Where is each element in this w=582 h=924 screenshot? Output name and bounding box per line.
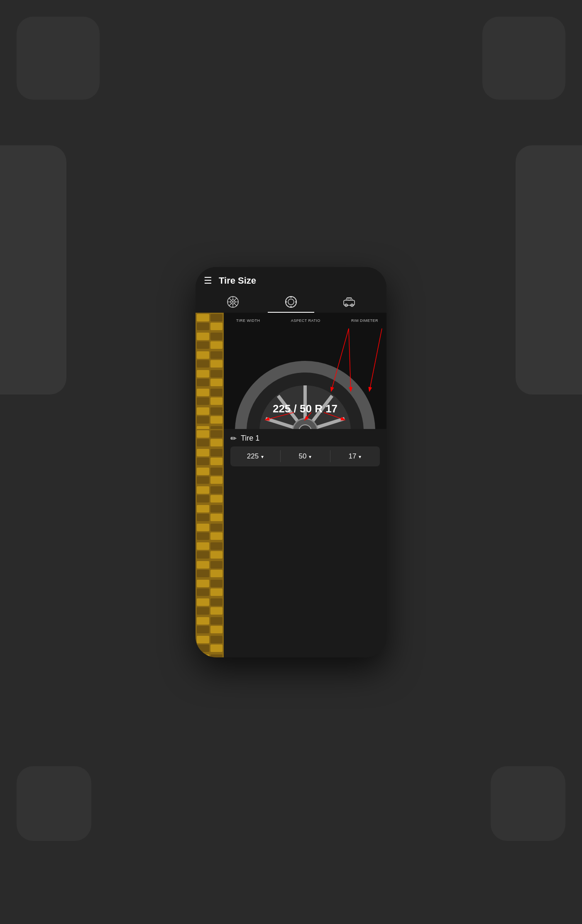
- tire1-rim-arrow: ▾: [359, 454, 361, 460]
- page-title: Tire Size: [219, 275, 256, 286]
- bg-decor-right: [516, 145, 582, 395]
- tread-strip-diagram: // Generate tread blocks (function() { c…: [196, 313, 224, 429]
- rim-label: RIM DIMETER: [351, 319, 378, 323]
- svg-rect-13: [291, 296, 292, 298]
- wheel-icon: [226, 295, 240, 309]
- width-label: TIRE WIDTH: [236, 319, 260, 323]
- tire1-rim-dropdown[interactable]: 17 ▾: [330, 446, 380, 466]
- tab-bar: [196, 291, 386, 313]
- tab-car[interactable]: [320, 291, 378, 313]
- tire1-width-dropdown[interactable]: 225 ▾: [230, 446, 280, 466]
- svg-point-11: [286, 297, 296, 307]
- tire1-rim-value: 17: [349, 452, 357, 461]
- tire1-width-arrow: ▾: [261, 454, 264, 460]
- tire-icon: [284, 295, 298, 309]
- tire-diagram-section: // Generate tread blocks (function() { c…: [196, 313, 386, 429]
- svg-line-8: [235, 304, 237, 306]
- aspect-label: ASPECT RATIO: [291, 319, 320, 323]
- main-content: // Generate tread blocks (function() { c…: [196, 313, 386, 657]
- tire1-aspect-dropdown[interactable]: 50 ▾: [280, 446, 330, 466]
- tire1-name-row: ✏ Tire 1: [224, 429, 386, 446]
- svg-line-7: [229, 298, 232, 300]
- svg-rect-15: [285, 301, 287, 302]
- svg-point-12: [288, 299, 294, 305]
- app-header: ☰ Tire Size: [196, 267, 386, 291]
- svg-text:225  /  50  R  17: 225 / 50 R 17: [273, 402, 337, 415]
- tire-image: 225 / 50 R 17: [224, 313, 386, 429]
- tire1-dropdowns: 225 ▾ 50 ▾ 17 ▾: [230, 446, 380, 466]
- svg-point-2: [232, 301, 234, 303]
- tire1-aspect-value: 50: [299, 452, 307, 461]
- phone-shell: ☰ Tire Size: [196, 267, 386, 657]
- svg-line-10: [229, 304, 232, 306]
- tab-tire[interactable]: [262, 291, 320, 313]
- tab-wheel[interactable]: [204, 291, 262, 313]
- tire1-info: ✏ Tire 1 225 ▾ 50 ▾ 17 ▾: [224, 429, 386, 657]
- bg-decor-bl: [17, 766, 91, 841]
- menu-icon[interactable]: ☰: [204, 275, 212, 286]
- bg-decor-tr: [482, 17, 565, 100]
- tire1-section: ✏ Tire 1 225 ▾ 50 ▾ 17 ▾: [196, 429, 386, 657]
- bg-decor-tl: [17, 17, 100, 100]
- tire-diagram-labels: TIRE WIDTH ASPECT RATIO RIM DIMETER: [224, 319, 386, 323]
- tire1-name: Tire 1: [241, 434, 259, 443]
- tread-strip-tire1: [196, 429, 224, 657]
- tire1-edit-icon[interactable]: ✏: [230, 434, 237, 443]
- svg-rect-16: [295, 301, 297, 302]
- svg-line-9: [235, 298, 237, 300]
- tire1-width-value: 225: [247, 452, 259, 461]
- car-icon: [342, 295, 356, 309]
- bg-decor-left: [0, 145, 66, 395]
- tire1-aspect-arrow: ▾: [309, 454, 311, 460]
- svg-rect-14: [291, 306, 292, 308]
- bg-decor-br: [491, 766, 565, 841]
